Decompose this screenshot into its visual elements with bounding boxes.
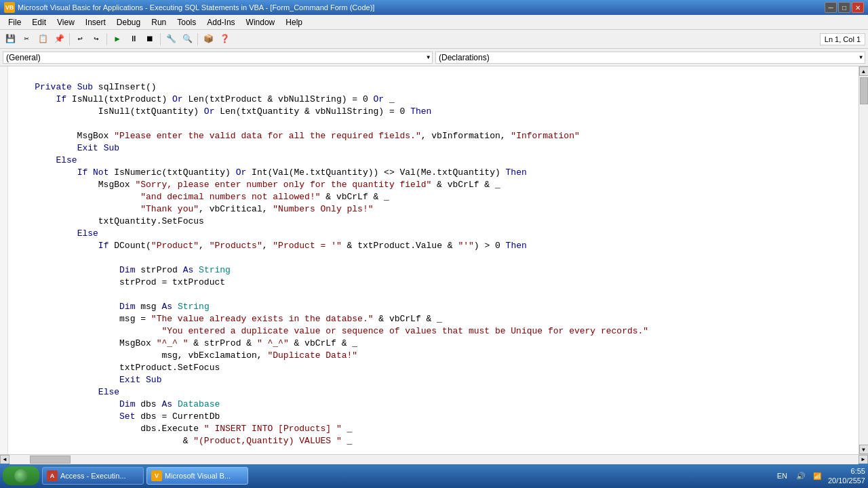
code-area: Private Sub sqlInsert() If IsNull(txtPro…	[0, 66, 868, 454]
code-line: Private Sub sqlInsert()	[14, 81, 853, 94]
code-line: & "(Product,Quantity) VALUES " _	[14, 435, 853, 447]
h-scrollbar: ◀ ▶	[0, 454, 868, 464]
menu-insert[interactable]: Insert	[80, 16, 111, 28]
start-button[interactable]	[3, 466, 39, 485]
close-button[interactable]: ✕	[852, 2, 864, 13]
tb-undo-icon[interactable]: ↩	[73, 32, 87, 47]
h-scroll-track[interactable]	[9, 455, 859, 464]
code-line: strProd = txtProduct	[14, 277, 853, 289]
clock: 6:55 20/10/2557	[828, 466, 865, 486]
network-icon: 📶	[812, 470, 823, 481]
taskbar: A Access - Executin... V Microsoft Visua…	[0, 464, 868, 488]
code-line: txtProduct.SetFocus	[14, 362, 853, 374]
menu-debug[interactable]: Debug	[111, 16, 146, 28]
tb-paste-icon[interactable]: 📌	[52, 32, 66, 47]
menu-help[interactable]: Help	[280, 16, 308, 28]
code-line: "Thank you", vbCritical, "Numbers Only p…	[14, 203, 853, 216]
tb-break-icon[interactable]: ⏸	[126, 32, 141, 47]
maximize-button[interactable]: □	[838, 2, 850, 13]
taskbar-vba-item[interactable]: V Microsoft Visual B...	[146, 467, 248, 485]
right-scrollbar[interactable]: ▲ ▼	[859, 66, 868, 454]
tb-cut-icon[interactable]: ✂	[19, 32, 34, 47]
code-line: If IsNull(txtProduct) Or Len(txtProduct …	[14, 94, 853, 106]
menu-tools[interactable]: Tools	[172, 16, 201, 28]
code-line	[14, 69, 853, 81]
menu-window[interactable]: Window	[241, 16, 281, 28]
code-line: Exit Sub	[14, 374, 853, 386]
code-line	[14, 289, 853, 301]
dropdowns-row: (General) ▼ (Declarations) ▼	[0, 49, 868, 66]
line-gutter	[0, 66, 8, 454]
tb-reset-icon[interactable]: ⏹	[142, 32, 157, 47]
code-line: Else	[14, 155, 853, 167]
lang-indicator: EN	[774, 470, 790, 481]
tb-help-icon[interactable]: ❓	[217, 32, 232, 47]
code-line: msg, vbExclamation, "Duplicate Data!"	[14, 350, 853, 362]
h-scroll-thumb[interactable]	[30, 455, 71, 464]
window-controls: ─ □ ✕	[825, 2, 864, 13]
code-line: MsgBox "Please enter the valid data for …	[14, 130, 853, 142]
access-taskbar-icon: A	[47, 470, 58, 481]
tb-save-icon[interactable]: 💾	[3, 32, 18, 47]
toolbar-status: Ln 1, Col 1	[820, 33, 865, 45]
code-line: MsgBox "^_^ " & strProd & " ^_^" & vbCrL…	[14, 338, 853, 350]
code-line: "and decimal numbers not allowed!" & vbC…	[14, 191, 853, 203]
scroll-up-arrow[interactable]: ▲	[859, 66, 869, 76]
minimize-button[interactable]: ─	[825, 2, 837, 13]
start-orb	[14, 469, 28, 483]
menu-view[interactable]: View	[52, 16, 80, 28]
menu-addins[interactable]: Add-Ins	[201, 16, 240, 28]
clock-time: 6:55	[828, 466, 865, 476]
code-line: Set dbs = CurrentDb	[14, 411, 853, 423]
code-line: Else	[14, 386, 853, 399]
code-editor[interactable]: Private Sub sqlInsert() If IsNull(txtPro…	[8, 66, 859, 454]
tb-search-icon[interactable]: 🔍	[180, 32, 195, 47]
clock-date: 20/10/2557	[828, 476, 865, 485]
menu-file[interactable]: File	[3, 16, 26, 28]
tb-design-icon[interactable]: 🔧	[163, 32, 178, 47]
tb-copy-icon[interactable]: 📋	[35, 32, 50, 47]
code-line: msg = "The value already exists in the d…	[14, 313, 853, 325]
code-line: "You entered a duplicate value or sequen…	[14, 325, 853, 338]
code-line: Dim strProd As String	[14, 264, 853, 277]
menu-bar: File Edit View Insert Debug Run Tools Ad…	[0, 15, 868, 30]
title-bar: VB Microsoft Visual Basic for Applicatio…	[0, 0, 868, 15]
title-text: Microsoft Visual Basic for Applications …	[18, 3, 825, 12]
code-line: IsNull(txtQuantity) Or Len(txtQuantity &…	[14, 106, 853, 118]
code-line: If Not IsNumeric(txtQuantity) Or Int(Val…	[14, 167, 853, 179]
scroll-down-arrow[interactable]: ▼	[859, 445, 869, 454]
vba-taskbar-label: Microsoft Visual B...	[165, 472, 231, 480]
code-line: dbs.Execute " INSERT INTO [Products] " _	[14, 423, 853, 435]
speaker-icon[interactable]: 🔊	[795, 470, 806, 481]
code-line: txtQuantity.SetFocus	[14, 216, 853, 228]
toolbar: 💾 ✂ 📋 📌 ↩ ↪ ▶ ⏸ ⏹ 🔧 🔍 📦 ❓ Ln 1, Col 1	[0, 30, 868, 49]
code-line: Exit Sub	[14, 142, 853, 155]
code-line: Dim dbs As Database	[14, 399, 853, 411]
declarations-dropdown[interactable]: (Declarations)	[435, 52, 865, 64]
tb-objbrowser-icon[interactable]: 📦	[201, 32, 216, 47]
code-line: Dim msg As String	[14, 301, 853, 313]
h-scroll-right-arrow[interactable]: ▶	[859, 455, 868, 464]
general-dropdown[interactable]: (General)	[3, 52, 433, 64]
app-icon: VB	[4, 2, 15, 13]
code-line: Else	[14, 228, 853, 240]
code-line	[14, 252, 853, 264]
h-scroll-left-arrow[interactable]: ◀	[0, 455, 9, 464]
access-taskbar-label: Access - Executin...	[60, 472, 126, 480]
code-line	[14, 118, 853, 130]
tb-run-icon[interactable]: ▶	[110, 32, 125, 47]
code-line: MsgBox "Sorry, please enter number only …	[14, 179, 853, 191]
taskbar-right: EN 🔊 📶 6:55 20/10/2557	[774, 466, 865, 486]
scroll-thumb[interactable]	[860, 77, 868, 104]
tb-redo-icon[interactable]: ↪	[89, 32, 104, 47]
vba-taskbar-icon: V	[151, 470, 162, 481]
menu-run[interactable]: Run	[146, 16, 172, 28]
menu-edit[interactable]: Edit	[26, 16, 52, 28]
code-line: If DCount("Product", "Products", "Produc…	[14, 240, 853, 252]
taskbar-access-item[interactable]: A Access - Executin...	[42, 467, 144, 485]
general-dropdown-container: (General) ▼	[3, 52, 433, 64]
declarations-dropdown-container: (Declarations) ▼	[435, 52, 865, 64]
